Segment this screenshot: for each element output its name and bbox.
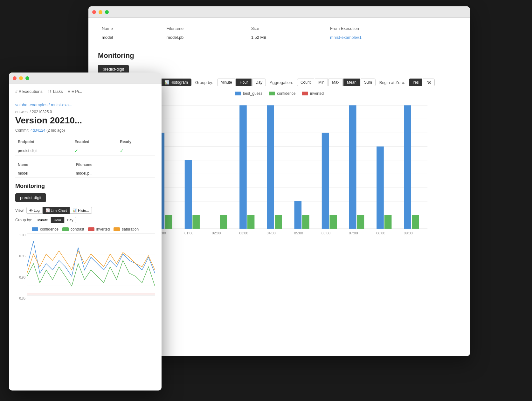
svg-text:05:00: 05:00 <box>294 231 303 235</box>
aggregation-btn-group: Count Min Max Mean Sum <box>297 79 376 86</box>
commit-time: (2 mo ago) <box>46 128 65 133</box>
legend-inverted: inverted <box>302 91 324 96</box>
agg-count-btn[interactable]: Count <box>297 79 314 86</box>
files-filename-col: Filename <box>73 161 155 169</box>
col-execution: From Execution <box>326 24 460 33</box>
groupby-day-btn[interactable]: Day <box>252 79 266 86</box>
commit-link[interactable]: 4d34124 <box>31 128 45 133</box>
bar-01-bestguess <box>185 160 192 229</box>
bar-06-confidence <box>329 215 337 229</box>
agg-min-btn[interactable]: Min <box>315 79 328 86</box>
svg-text:07:00: 07:00 <box>349 231 358 235</box>
svg-text:08:00: 08:00 <box>376 231 385 235</box>
cell-name: model <box>98 33 163 42</box>
front-view-btn-group: 👁 Log 📈 Line Chart 📊 Histo... <box>26 207 92 214</box>
lc-inverted-color <box>88 227 94 231</box>
bar-08-confidence <box>384 215 392 229</box>
y-label-090: 0.90 <box>15 276 25 279</box>
commit-info: Commit: 4d34124 (2 mo ago) <box>15 128 155 133</box>
front-view-log-btn[interactable]: 👁 Log <box>26 207 42 214</box>
groupby-hour-btn[interactable]: Hour <box>236 79 252 86</box>
front-groupby-day-btn[interactable]: Day <box>64 217 76 223</box>
commit-label: Commit: <box>15 128 30 133</box>
front-monitoring-tab-bar: predict-digit <box>15 193 155 202</box>
front-view-linechart-btn[interactable]: 📈 Line Chart <box>43 207 70 214</box>
line-chart-container: 1.00 0.95 0.90 0.85 <box>15 233 155 301</box>
front-minimize-dot[interactable] <box>19 76 23 80</box>
bar-05-confidence <box>302 215 309 229</box>
predict-digit-tab[interactable]: predict-digit <box>98 65 129 73</box>
groupby-minute-btn[interactable]: Minute <box>217 79 236 86</box>
svg-text:04:00: 04:00 <box>267 231 276 235</box>
lc-legend-inverted: inverted <box>88 227 110 232</box>
breadcrumb[interactable]: valohai-examples / mnist-exa... <box>15 102 155 107</box>
front-window: # # Executions ! ! Tasks ≡ ≡ Pi... valoh… <box>9 73 162 391</box>
execution-link[interactable]: mnist-example#1 <box>330 35 362 40</box>
histogram-icon: 📊 <box>164 80 169 85</box>
confidence-line <box>27 241 155 277</box>
agg-mean-btn[interactable]: Mean <box>343 79 360 86</box>
bar-00-confidence <box>165 215 172 229</box>
version-title: Version 20210... <box>15 115 155 126</box>
table-row: model model.pb 1.52 MB mnist-example#1 <box>98 33 460 42</box>
agg-sum-btn[interactable]: Sum <box>361 79 376 86</box>
enabled-col: Enabled <box>72 138 117 146</box>
front-groupby-minute-btn[interactable]: Minute <box>35 217 51 223</box>
line-chart-legend: confidence contrast inverted saturation <box>15 227 155 232</box>
back-title-bar <box>88 6 470 18</box>
bar-03-bestguess <box>239 105 247 229</box>
endpoint-name: predict-digit <box>15 146 72 156</box>
y-label-095: 0.95 <box>15 254 25 258</box>
bar-09-bestguess <box>404 105 411 229</box>
location-label: eu-west / 20210325.0 <box>15 110 155 114</box>
file-table: Name Filename Size From Execution model … <box>98 24 460 42</box>
legend-best-guess: best_guess <box>235 91 262 96</box>
front-predict-digit-tab[interactable]: predict-digit <box>15 193 46 202</box>
front-groupby-bar: Group by: Minute Hour Day <box>15 217 155 223</box>
check-ready-icon: ✓ <box>120 148 124 153</box>
cell-execution: mnist-example#1 <box>326 33 460 42</box>
front-maximize-dot[interactable] <box>25 76 29 80</box>
beginatzero-label: Begin at Zero: <box>379 80 405 85</box>
front-histogram-icon: 📊 <box>73 208 77 212</box>
lc-saturation-label: saturation <box>122 227 139 232</box>
bar-07-bestguess <box>349 105 356 229</box>
endpoint-table: Endpoint Enabled Ready predict-digit ✓ ✓ <box>15 138 155 156</box>
minimize-dot[interactable] <box>99 10 102 14</box>
beginatzero-no-btn[interactable]: No <box>423 79 435 86</box>
groupby-btn-group: Minute Hour Day <box>217 79 266 86</box>
executions-icon: # <box>15 89 17 94</box>
nav-pipelines[interactable]: ≡ ≡ Pi... <box>68 89 82 94</box>
bar-05-bestguess <box>294 201 302 229</box>
front-groupby-hour-btn[interactable]: Hour <box>51 217 64 223</box>
bar-06-bestguess <box>322 133 329 229</box>
y-label-085: 0.85 <box>15 297 25 300</box>
nav-executions[interactable]: # # Executions <box>15 89 43 94</box>
close-dot[interactable] <box>92 10 96 14</box>
beginatzero-yes-btn[interactable]: Yes <box>409 79 422 86</box>
endpoint-row: predict-digit ✓ ✓ <box>15 146 155 156</box>
front-view-histogram-btn[interactable]: 📊 Histo... <box>70 207 92 214</box>
svg-text:01:00: 01:00 <box>184 231 193 235</box>
bar-04-confidence <box>275 215 282 229</box>
front-linechart-icon: 📈 <box>45 208 50 212</box>
maximize-dot[interactable] <box>105 10 109 14</box>
bar-04-bestguess <box>267 105 274 229</box>
front-view-bar: View: 👁 Log 📈 Line Chart 📊 Histo... <box>15 207 155 214</box>
files-row: model model.p... <box>15 169 155 178</box>
agg-max-btn[interactable]: Max <box>328 79 343 86</box>
lc-saturation-color <box>114 227 120 231</box>
sidebar-nav: # # Executions ! ! Tasks ≡ ≡ Pi... <box>15 89 155 97</box>
bar-02-confidence <box>220 215 227 229</box>
bar-03-confidence <box>247 215 255 229</box>
groupby-label: Group by: <box>195 80 213 85</box>
files-table: Name Filename model model.p... <box>15 161 155 178</box>
col-size: Size <box>247 24 326 33</box>
cell-size: 1.52 MB <box>247 33 326 42</box>
front-close-dot[interactable] <box>13 76 17 80</box>
nav-tasks[interactable]: ! ! Tasks <box>48 89 63 94</box>
files-name-col: Name <box>15 161 73 169</box>
pipelines-icon: ≡ <box>68 89 71 94</box>
view-histogram-btn[interactable]: 📊 Histogram <box>161 79 191 86</box>
lc-confidence-label: confidence <box>40 227 59 232</box>
